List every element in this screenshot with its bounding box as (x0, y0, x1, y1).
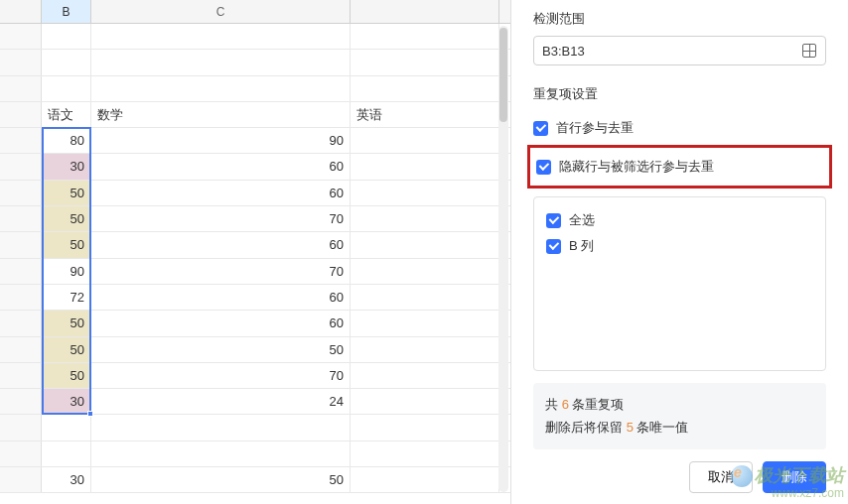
row-number[interactable] (0, 363, 42, 388)
cell[interactable]: 50 (91, 337, 351, 362)
cell[interactable]: 30 (42, 389, 91, 414)
column-header-b[interactable]: B (42, 0, 91, 23)
cell[interactable]: 60 (91, 285, 351, 310)
checkbox-icon[interactable] (546, 213, 561, 228)
cell-header[interactable]: 语文 (42, 102, 91, 127)
cell[interactable] (91, 24, 351, 49)
cell[interactable] (91, 415, 351, 440)
cell[interactable]: 30 (42, 467, 91, 492)
row-number[interactable] (0, 102, 42, 127)
row-number[interactable] (0, 181, 42, 205)
row-number[interactable] (0, 50, 42, 74)
cell[interactable] (351, 363, 499, 388)
cell[interactable] (351, 259, 499, 284)
spreadsheet[interactable]: B C 语文数学英语809030605060507050609070726050… (0, 0, 511, 504)
row-number[interactable] (0, 441, 42, 466)
cell[interactable]: 90 (42, 259, 91, 284)
option-hidden-rows[interactable]: 隐藏行与被筛选行参与去重 (536, 152, 823, 182)
row-number[interactable] (0, 76, 42, 101)
table-row[interactable] (0, 441, 510, 467)
cell[interactable]: 50 (42, 363, 91, 388)
option-select-all[interactable]: 全选 (546, 207, 813, 233)
row-number[interactable] (0, 311, 42, 335)
cell[interactable] (351, 154, 499, 179)
cell-header[interactable]: 数学 (91, 102, 351, 127)
table-row[interactable]: 9070 (0, 259, 510, 285)
cell[interactable]: 70 (91, 259, 351, 284)
cell[interactable] (42, 441, 91, 466)
cell[interactable]: 50 (91, 467, 351, 492)
column-header-d[interactable] (351, 0, 499, 23)
cell[interactable]: 72 (42, 285, 91, 310)
cell[interactable]: 30 (42, 154, 91, 179)
range-input-wrapper[interactable] (533, 36, 826, 65)
table-row[interactable]: 5070 (0, 363, 510, 389)
cell[interactable] (42, 76, 91, 101)
row-number[interactable] (0, 337, 42, 362)
cell[interactable] (351, 50, 499, 74)
cell[interactable]: 60 (91, 311, 351, 335)
table-row[interactable]: 5060 (0, 232, 510, 258)
cell[interactable] (351, 467, 499, 492)
row-number[interactable] (0, 389, 42, 414)
cell[interactable]: 60 (91, 154, 351, 179)
cell[interactable]: 50 (42, 181, 91, 205)
cell[interactable]: 80 (42, 128, 91, 153)
table-row[interactable] (0, 24, 510, 50)
row-number[interactable] (0, 285, 42, 310)
cell[interactable] (42, 24, 91, 49)
cell[interactable]: 60 (91, 181, 351, 205)
range-input[interactable] (542, 44, 801, 59)
checkbox-icon[interactable] (536, 160, 551, 175)
cell[interactable] (42, 50, 91, 74)
cell[interactable] (351, 232, 499, 257)
cell[interactable] (351, 389, 499, 414)
checkbox-icon[interactable] (533, 121, 548, 136)
cell[interactable]: 60 (91, 232, 351, 257)
row-number[interactable] (0, 206, 42, 231)
cell[interactable]: 24 (91, 389, 351, 414)
cell[interactable]: 70 (91, 363, 351, 388)
table-row[interactable] (0, 50, 510, 75)
cell[interactable] (351, 181, 499, 205)
cell[interactable]: 50 (42, 206, 91, 231)
cell[interactable] (351, 311, 499, 335)
vertical-scrollbar[interactable] (498, 26, 508, 492)
table-header-row[interactable]: 语文数学英语 (0, 102, 510, 128)
option-column-b[interactable]: B 列 (546, 233, 813, 259)
row-number[interactable] (0, 24, 42, 49)
option-first-row[interactable]: 首行参与去重 (533, 113, 826, 143)
cell-header[interactable]: 英语 (351, 102, 499, 127)
table-row[interactable]: 3050 (0, 467, 510, 493)
row-number[interactable] (0, 415, 42, 440)
select-all-corner[interactable] (0, 0, 42, 23)
table-row[interactable]: 3024 (0, 389, 510, 415)
cell[interactable] (351, 285, 499, 310)
cell[interactable] (91, 441, 351, 466)
cell[interactable] (351, 415, 499, 440)
cell[interactable]: 50 (42, 232, 91, 257)
cell[interactable] (351, 206, 499, 231)
cell[interactable] (351, 128, 499, 153)
delete-button[interactable]: 删除 (763, 461, 826, 493)
range-picker-icon[interactable] (801, 43, 817, 59)
cell[interactable] (42, 415, 91, 440)
table-row[interactable]: 5050 (0, 337, 510, 363)
cell[interactable] (91, 50, 351, 74)
table-row[interactable] (0, 415, 510, 441)
cell[interactable] (351, 441, 499, 466)
cell[interactable] (351, 76, 499, 101)
table-row[interactable]: 5060 (0, 181, 510, 206)
table-row[interactable] (0, 76, 510, 102)
row-number[interactable] (0, 467, 42, 492)
table-row[interactable]: 5060 (0, 311, 510, 336)
cell[interactable]: 70 (91, 206, 351, 231)
table-row[interactable]: 3060 (0, 154, 510, 180)
row-number[interactable] (0, 154, 42, 179)
cell[interactable]: 90 (91, 128, 351, 153)
table-row[interactable]: 7260 (0, 285, 510, 311)
cancel-button[interactable]: 取消 (689, 461, 753, 493)
cell[interactable]: 50 (42, 337, 91, 362)
table-row[interactable]: 5070 (0, 206, 510, 232)
cell[interactable] (91, 76, 351, 101)
